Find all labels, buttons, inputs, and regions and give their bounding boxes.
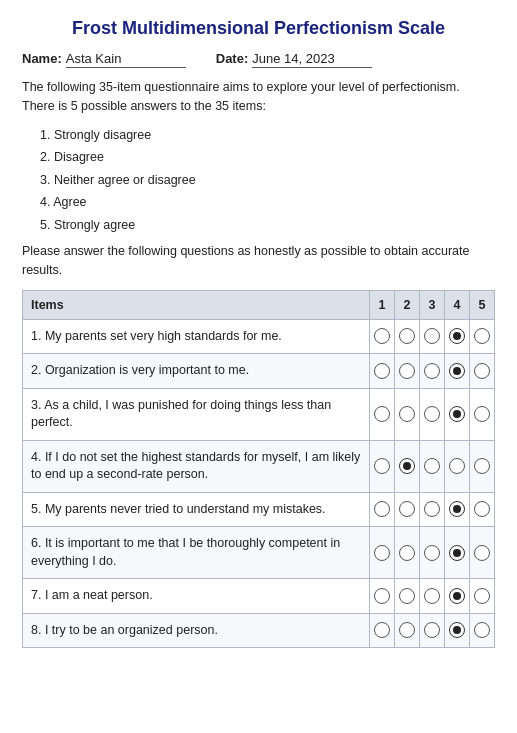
answer-item: 1. Strongly disagree [40, 124, 495, 147]
radio-cell-2[interactable] [395, 354, 420, 389]
radio-cell-2[interactable] [395, 579, 420, 614]
radio-option-2[interactable] [399, 545, 415, 561]
radio-option-3[interactable] [424, 501, 440, 517]
radio-cell-3[interactable] [420, 579, 445, 614]
radio-cell-2[interactable] [395, 492, 420, 527]
radio-option-5[interactable] [474, 406, 490, 422]
intro-text: The following 35-item questionnaire aims… [22, 78, 495, 116]
radio-cell-2[interactable] [395, 319, 420, 354]
table-row: 2. Organization is very important to me. [23, 354, 495, 389]
radio-option-3[interactable] [424, 406, 440, 422]
radio-option-4[interactable] [449, 458, 465, 474]
radio-option-1[interactable] [374, 501, 390, 517]
radio-option-3[interactable] [424, 363, 440, 379]
radio-cell-5[interactable] [470, 354, 495, 389]
radio-option-1[interactable] [374, 363, 390, 379]
radio-cell-3[interactable] [420, 354, 445, 389]
radio-option-1[interactable] [374, 458, 390, 474]
name-field: Name: Asta Kain [22, 51, 186, 68]
radio-option-3[interactable] [424, 458, 440, 474]
radio-option-1[interactable] [374, 545, 390, 561]
radio-cell-3[interactable] [420, 440, 445, 492]
radio-cell-1[interactable] [370, 492, 395, 527]
radio-cell-4[interactable] [445, 579, 470, 614]
radio-cell-1[interactable] [370, 579, 395, 614]
radio-option-4[interactable] [449, 622, 465, 638]
radio-cell-4[interactable] [445, 440, 470, 492]
radio-cell-5[interactable] [470, 579, 495, 614]
radio-option-1[interactable] [374, 622, 390, 638]
radio-cell-1[interactable] [370, 319, 395, 354]
radio-option-4[interactable] [449, 328, 465, 344]
radio-cell-5[interactable] [470, 319, 495, 354]
radio-cell-4[interactable] [445, 613, 470, 648]
radio-cell-5[interactable] [470, 440, 495, 492]
radio-cell-3[interactable] [420, 388, 445, 440]
radio-option-4[interactable] [449, 545, 465, 561]
radio-cell-4[interactable] [445, 388, 470, 440]
radio-cell-2[interactable] [395, 440, 420, 492]
radio-cell-3[interactable] [420, 492, 445, 527]
col-header-1: 1 [370, 290, 395, 319]
radio-cell-2[interactable] [395, 527, 420, 579]
radio-option-4[interactable] [449, 501, 465, 517]
radio-cell-4[interactable] [445, 527, 470, 579]
table-header-row: Items 1 2 3 4 5 [23, 290, 495, 319]
answer-item: 4. Agree [40, 191, 495, 214]
please-text: Please answer the following questions as… [22, 242, 495, 280]
radio-option-5[interactable] [474, 622, 490, 638]
question-text: 8. I try to be an organized person. [23, 613, 370, 648]
radio-option-3[interactable] [424, 588, 440, 604]
radio-cell-4[interactable] [445, 354, 470, 389]
answer-item: 3. Neither agree or disagree [40, 169, 495, 192]
radio-option-3[interactable] [424, 545, 440, 561]
radio-option-5[interactable] [474, 545, 490, 561]
radio-option-4[interactable] [449, 363, 465, 379]
question-text: 7. I am a neat person. [23, 579, 370, 614]
radio-cell-1[interactable] [370, 527, 395, 579]
radio-cell-1[interactable] [370, 388, 395, 440]
questions-table: Items 1 2 3 4 5 1. My parents set very h… [22, 290, 495, 649]
radio-cell-5[interactable] [470, 613, 495, 648]
radio-cell-1[interactable] [370, 354, 395, 389]
col-header-2: 2 [395, 290, 420, 319]
radio-cell-2[interactable] [395, 613, 420, 648]
question-text: 6. It is important to me that I be thoro… [23, 527, 370, 579]
radio-cell-3[interactable] [420, 613, 445, 648]
radio-option-5[interactable] [474, 363, 490, 379]
question-text: 2. Organization is very important to me. [23, 354, 370, 389]
meta-row: Name: Asta Kain Date: June 14, 2023 [22, 51, 495, 68]
radio-option-2[interactable] [399, 328, 415, 344]
radio-option-3[interactable] [424, 622, 440, 638]
radio-option-2[interactable] [399, 622, 415, 638]
radio-option-5[interactable] [474, 328, 490, 344]
col-header-4: 4 [445, 290, 470, 319]
radio-option-1[interactable] [374, 588, 390, 604]
radio-cell-3[interactable] [420, 319, 445, 354]
radio-cell-2[interactable] [395, 388, 420, 440]
radio-option-2[interactable] [399, 363, 415, 379]
radio-option-1[interactable] [374, 406, 390, 422]
question-text: 4. If I do not set the highest standards… [23, 440, 370, 492]
table-row: 7. I am a neat person. [23, 579, 495, 614]
radio-option-2[interactable] [399, 501, 415, 517]
radio-option-2[interactable] [399, 458, 415, 474]
radio-cell-4[interactable] [445, 319, 470, 354]
radio-option-4[interactable] [449, 406, 465, 422]
radio-cell-5[interactable] [470, 388, 495, 440]
radio-option-4[interactable] [449, 588, 465, 604]
radio-option-5[interactable] [474, 588, 490, 604]
radio-option-5[interactable] [474, 458, 490, 474]
radio-cell-1[interactable] [370, 613, 395, 648]
radio-option-1[interactable] [374, 328, 390, 344]
radio-option-2[interactable] [399, 406, 415, 422]
radio-cell-5[interactable] [470, 527, 495, 579]
radio-cell-4[interactable] [445, 492, 470, 527]
radio-cell-1[interactable] [370, 440, 395, 492]
radio-option-2[interactable] [399, 588, 415, 604]
radio-cell-3[interactable] [420, 527, 445, 579]
table-row: 6. It is important to me that I be thoro… [23, 527, 495, 579]
radio-option-3[interactable] [424, 328, 440, 344]
radio-cell-5[interactable] [470, 492, 495, 527]
radio-option-5[interactable] [474, 501, 490, 517]
